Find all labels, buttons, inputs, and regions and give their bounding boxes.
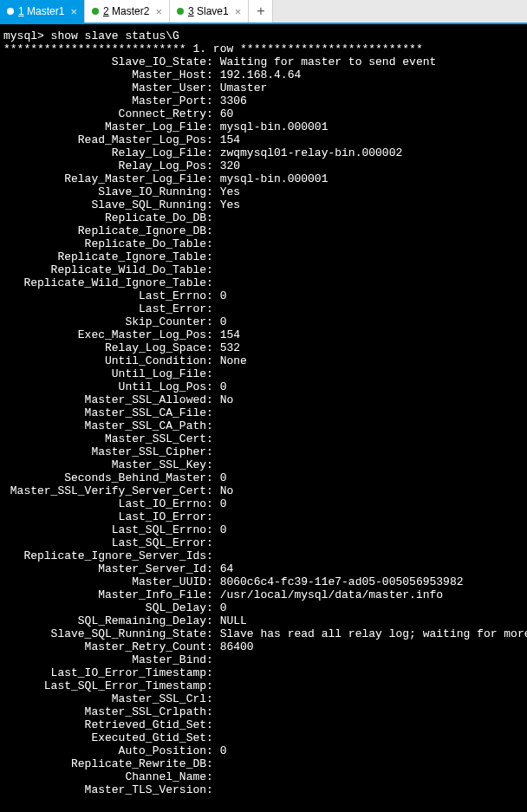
status-row: Master_SSL_Cert: <box>3 432 524 445</box>
status-row: Master_Info_File: /usr/local/mysql/data/… <box>3 588 524 601</box>
status-value: 320 <box>220 159 240 172</box>
status-value: Slave has read all relay log; waiting fo… <box>220 627 527 640</box>
status-key: Skip_Counter: <box>3 315 220 328</box>
status-key: Master_SSL_CA_Path: <box>3 419 220 432</box>
status-value: 86400 <box>220 640 254 653</box>
status-key: Master_Log_File: <box>3 120 220 133</box>
status-value: /usr/local/mysql/data/master.info <box>220 588 443 601</box>
status-key: Read_Master_Log_Pos: <box>3 133 220 146</box>
status-key: Master_Server_Id: <box>3 562 220 575</box>
terminal-output[interactable]: mysql> show slave status\G**************… <box>0 24 527 812</box>
status-key: Master_Retry_Count: <box>3 640 220 653</box>
status-row: Retrieved_Gtid_Set: <box>3 718 524 731</box>
status-key: Master_Host: <box>3 68 220 81</box>
status-row: Master_SSL_Verify_Server_Cert: No <box>3 484 524 497</box>
status-row: Master_Bind: <box>3 653 524 666</box>
status-row: Master_User: Umaster <box>3 81 524 94</box>
status-key: Master_UUID: <box>3 575 220 588</box>
status-row: Replicate_Ignore_Server_Ids: <box>3 549 524 562</box>
status-key: Master_User: <box>3 81 220 94</box>
status-row: Last_SQL_Error_Timestamp: <box>3 679 524 692</box>
status-value: zwqmysql01-relay-bin.000002 <box>220 146 403 159</box>
status-key: Master_Info_File: <box>3 588 220 601</box>
status-value: 154 <box>220 133 240 146</box>
row-separator: *************************** 1. row *****… <box>3 42 524 55</box>
status-row: Slave_IO_State: Waiting for master to se… <box>3 55 524 68</box>
status-value: 532 <box>220 341 240 354</box>
status-row: Master_SSL_Crl: <box>3 692 524 705</box>
status-key: Master_SSL_Cert: <box>3 432 220 445</box>
status-key: Relay_Log_File: <box>3 146 220 159</box>
status-value: 0 <box>220 471 227 484</box>
status-key: Last_IO_Error_Timestamp: <box>3 666 220 679</box>
status-row: Executed_Gtid_Set: <box>3 731 524 744</box>
status-key: Master_SSL_CA_File: <box>3 406 220 419</box>
close-icon[interactable]: × <box>153 6 164 17</box>
status-value: Yes <box>220 198 240 211</box>
status-key: Master_SSL_Key: <box>3 458 220 471</box>
status-row: Relay_Master_Log_File: mysql-bin.000001 <box>3 172 524 185</box>
status-key: Replicate_Do_DB: <box>3 211 220 224</box>
status-key: Master_SSL_Verify_Server_Cert: <box>3 484 220 497</box>
close-icon[interactable]: × <box>68 6 79 17</box>
tab-label: 3 Slave1 <box>188 5 229 17</box>
status-key: Last_Error: <box>3 302 220 315</box>
status-value: 3306 <box>220 94 247 107</box>
status-key: Last_SQL_Error_Timestamp: <box>3 679 220 692</box>
status-row: Connect_Retry: 60 <box>3 107 524 120</box>
status-row: Seconds_Behind_Master: 0 <box>3 471 524 484</box>
status-key: Exec_Master_Log_Pos: <box>3 328 220 341</box>
status-key: Until_Condition: <box>3 354 220 367</box>
status-value: 64 <box>220 562 234 575</box>
status-key: Replicate_Ignore_Table: <box>3 250 220 263</box>
status-key: Relay_Log_Space: <box>3 341 220 354</box>
status-row: Master_Server_Id: 64 <box>3 562 524 575</box>
status-row: Master_UUID: 8060c6c4-fc39-11e7-ad05-005… <box>3 575 524 588</box>
status-key: Master_SSL_Crlpath: <box>3 705 220 718</box>
status-row: Master_SSL_Crlpath: <box>3 705 524 718</box>
status-key: Connect_Retry: <box>3 107 220 120</box>
status-row: Master_SSL_CA_File: <box>3 406 524 419</box>
status-row: Replicate_Wild_Do_Table: <box>3 263 524 276</box>
status-row: Exec_Master_Log_Pos: 154 <box>3 328 524 341</box>
status-row: Master_Log_File: mysql-bin.000001 <box>3 120 524 133</box>
status-key: SQL_Delay: <box>3 601 220 614</box>
status-key: Last_IO_Error: <box>3 510 220 523</box>
status-row: Master_Retry_Count: 86400 <box>3 640 524 653</box>
status-value: 0 <box>220 744 227 757</box>
status-key: Master_SSL_Crl: <box>3 692 220 705</box>
status-value: 0 <box>220 289 227 302</box>
status-row: Replicate_Wild_Ignore_Table: <box>3 276 524 289</box>
status-key: Last_SQL_Error: <box>3 536 220 549</box>
status-row: Replicate_Ignore_Table: <box>3 250 524 263</box>
add-tab-button[interactable]: + <box>249 0 273 23</box>
status-row: Skip_Counter: 0 <box>3 315 524 328</box>
status-row: Replicate_Rewrite_DB: <box>3 757 524 770</box>
tab-label: 1 Master1 <box>18 5 64 17</box>
status-key: Master_Bind: <box>3 653 220 666</box>
status-key: Channel_Name: <box>3 770 220 783</box>
status-key: Slave_SQL_Running_State: <box>3 627 220 640</box>
status-key: Seconds_Behind_Master: <box>3 471 220 484</box>
status-row: Last_IO_Errno: 0 <box>3 497 524 510</box>
status-value: 8060c6c4-fc39-11e7-ad05-005056953982 <box>220 575 464 588</box>
status-key: Master_TLS_Version: <box>3 783 220 796</box>
status-key: Relay_Log_Pos: <box>3 159 220 172</box>
status-row: SQL_Delay: 0 <box>3 601 524 614</box>
status-key: Last_IO_Errno: <box>3 497 220 510</box>
tab-master2[interactable]: 2 Master2× <box>85 0 170 23</box>
status-row: Until_Condition: None <box>3 354 524 367</box>
tab-label: 2 Master2 <box>103 5 149 17</box>
status-row: Relay_Log_Pos: 320 <box>3 159 524 172</box>
tab-slave1[interactable]: 3 Slave1× <box>170 0 249 23</box>
status-value: mysql-bin.000001 <box>220 172 329 185</box>
status-row: Replicate_Ignore_DB: <box>3 224 524 237</box>
tab-master1[interactable]: 1 Master1× <box>0 0 85 23</box>
status-value: 0 <box>220 497 227 510</box>
close-icon[interactable]: × <box>233 6 244 17</box>
status-row: Slave_IO_Running: Yes <box>3 185 524 198</box>
status-row: Relay_Log_File: zwqmysql01-relay-bin.000… <box>3 146 524 159</box>
status-row: Replicate_Do_DB: <box>3 211 524 224</box>
status-row: Master_SSL_Allowed: No <box>3 393 524 406</box>
status-key: Slave_IO_Running: <box>3 185 220 198</box>
